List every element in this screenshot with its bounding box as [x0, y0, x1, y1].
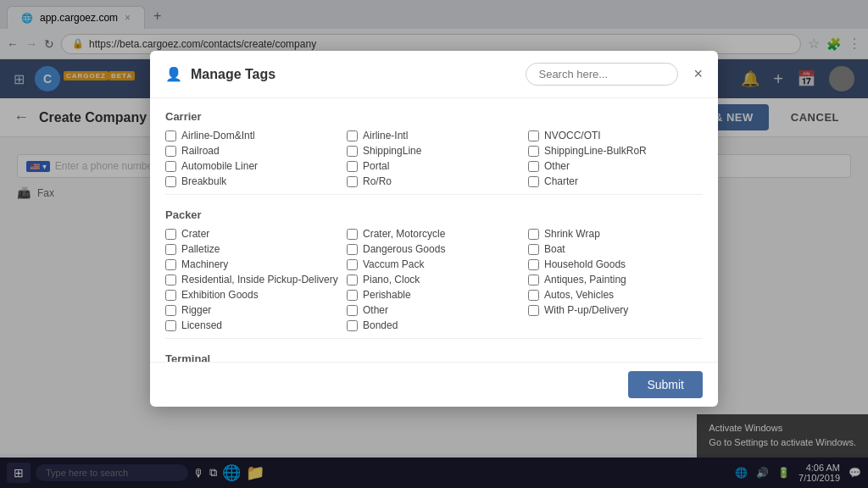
checkbox-shippingline-bulkror[interactable] [528, 146, 539, 157]
tag-item-label: ShippingLine-BulkRoR [544, 145, 647, 157]
tag-item-label: NVOCC/OTI [544, 130, 601, 141]
checkbox-shippingline[interactable] [347, 146, 358, 157]
checkbox-airline-dom-intl[interactable] [165, 130, 176, 141]
checkbox-vaccum-pack[interactable] [347, 259, 358, 270]
list-item[interactable]: Portal [347, 160, 521, 172]
submit-button[interactable]: Submit [628, 371, 703, 398]
checkbox-portal[interactable] [347, 161, 358, 172]
list-item[interactable]: Vaccum Pack [347, 258, 521, 270]
list-item[interactable]: Antiques, Painting [528, 274, 703, 286]
modal-overlay: 👤 Manage Tags × CarrierAirline-Dom&IntlA… [0, 0, 868, 488]
tag-item-label: Boat [544, 243, 565, 255]
checkbox-with-p-up-delivery[interactable] [528, 305, 539, 316]
checkbox-antiques--painting[interactable] [528, 274, 539, 286]
list-item[interactable]: Other [528, 160, 703, 172]
tag-item-label: Other [544, 160, 570, 172]
tag-section-title-carrier: Carrier [165, 107, 703, 123]
list-item[interactable]: Autos, Vehicles [528, 289, 703, 301]
modal-footer: Submit [150, 362, 718, 407]
list-item[interactable]: With P-up/Delivery [528, 304, 703, 316]
list-item[interactable]: Machinery [165, 258, 340, 270]
tag-item-label: Household Goods [544, 258, 626, 270]
checkbox-other[interactable] [347, 305, 358, 316]
checkbox-crater--motorcycle[interactable] [347, 229, 358, 240]
checkbox-crater[interactable] [165, 229, 176, 240]
checkbox-perishable[interactable] [347, 290, 358, 301]
list-item[interactable]: Airline-Dom&Intl [165, 130, 340, 141]
list-item[interactable] [528, 319, 703, 331]
tag-item-label: Licensed [181, 319, 222, 331]
list-item[interactable]: Palletize [165, 243, 340, 255]
tag-item-label: Charter [544, 175, 578, 187]
list-item[interactable]: Rigger [165, 304, 340, 316]
list-item[interactable]: Household Goods [528, 258, 703, 270]
checkbox-airline-intl[interactable] [347, 130, 358, 141]
list-item[interactable]: Automobile Liner [165, 160, 340, 172]
checkbox-boat[interactable] [528, 244, 539, 255]
tags-icon: 👤 [165, 66, 182, 82]
section-divider [165, 194, 703, 195]
list-item[interactable]: NVOCC/OTI [528, 130, 703, 141]
list-item[interactable]: Breakbulk [165, 175, 340, 187]
checkbox-licensed[interactable] [165, 320, 176, 331]
checkbox-bonded[interactable] [347, 320, 358, 331]
checkbox-charter[interactable] [528, 176, 539, 187]
checkbox-household-goods[interactable] [528, 259, 539, 270]
list-item[interactable]: Railroad [165, 145, 340, 157]
tag-item-label: With P-up/Delivery [544, 304, 628, 316]
tag-item-label: Dangerous Goods [363, 243, 445, 255]
checkbox-exhibition-goods[interactable] [165, 290, 176, 301]
list-item[interactable]: Exhibition Goods [165, 289, 340, 301]
checkbox-dangerous-goods[interactable] [347, 244, 358, 255]
list-item[interactable]: Other [347, 304, 521, 316]
list-item[interactable]: ShippingLine [347, 145, 521, 157]
search-input[interactable] [526, 63, 678, 86]
tag-grid-carrier: Airline-Dom&IntlAirline-IntlNVOCC/OTIRai… [165, 130, 703, 187]
checkbox-ro-ro[interactable] [347, 176, 358, 187]
list-item[interactable]: Shrink Wrap [528, 228, 703, 240]
list-item[interactable]: Perishable [347, 289, 521, 301]
tag-item-label: Portal [363, 160, 389, 172]
checkbox-rigger[interactable] [165, 305, 176, 316]
tag-item-label: Shrink Wrap [544, 228, 600, 240]
checkbox-machinery[interactable] [165, 259, 176, 270]
list-item[interactable]: Airline-Intl [347, 130, 521, 141]
tag-item-label: Automobile Liner [181, 160, 258, 172]
tag-item-label: Railroad [181, 145, 220, 157]
list-item[interactable]: Boat [528, 243, 703, 255]
checkbox-residential--inside-pickup-delivery[interactable] [165, 274, 176, 286]
list-item[interactable]: Crater [165, 228, 340, 240]
tag-item-label: Breakbulk [181, 175, 226, 187]
checkbox-shrink-wrap[interactable] [528, 229, 539, 240]
list-item[interactable]: Dangerous Goods [347, 243, 521, 255]
checkbox-automobile-liner[interactable] [165, 161, 176, 172]
tag-section-title-packer: Packer [165, 205, 703, 221]
checkbox-other[interactable] [528, 161, 539, 172]
tag-section-packer: PackerCraterCrater, MotorcycleShrink Wra… [165, 205, 703, 339]
checkbox-nvocc-oti[interactable] [528, 130, 539, 141]
manage-tags-modal: 👤 Manage Tags × CarrierAirline-Dom&IntlA… [150, 51, 718, 407]
list-item[interactable]: ShippingLine-BulkRoR [528, 145, 703, 157]
tag-item-label: Piano, Clock [363, 274, 420, 286]
list-item[interactable]: Residential, Inside Pickup-Delivery [165, 274, 340, 286]
close-icon[interactable]: × [693, 65, 703, 83]
tag-item-label: Bonded [363, 319, 398, 331]
list-item[interactable]: Bonded [347, 319, 521, 331]
list-item[interactable]: Piano, Clock [347, 274, 521, 286]
tag-section-carrier: CarrierAirline-Dom&IntlAirline-IntlNVOCC… [165, 107, 703, 195]
list-item[interactable]: Crater, Motorcycle [347, 228, 521, 240]
checkbox-piano--clock[interactable] [347, 274, 358, 286]
section-divider [165, 338, 703, 339]
list-item[interactable]: Licensed [165, 319, 340, 331]
tag-item-label: Vaccum Pack [363, 258, 424, 270]
checkbox-palletize[interactable] [165, 244, 176, 255]
list-item[interactable]: Ro/Ro [347, 175, 521, 187]
list-item[interactable]: Charter [528, 175, 703, 187]
checkbox-railroad[interactable] [165, 146, 176, 157]
tag-item-label: Antiques, Painting [544, 274, 626, 286]
tag-grid-packer: CraterCrater, MotorcycleShrink WrapPalle… [165, 228, 703, 331]
checkbox-autos--vehicles[interactable] [528, 290, 539, 301]
tag-item-label: Rigger [181, 304, 211, 316]
tag-item-label: Machinery [181, 258, 228, 270]
checkbox-breakbulk[interactable] [165, 176, 176, 187]
